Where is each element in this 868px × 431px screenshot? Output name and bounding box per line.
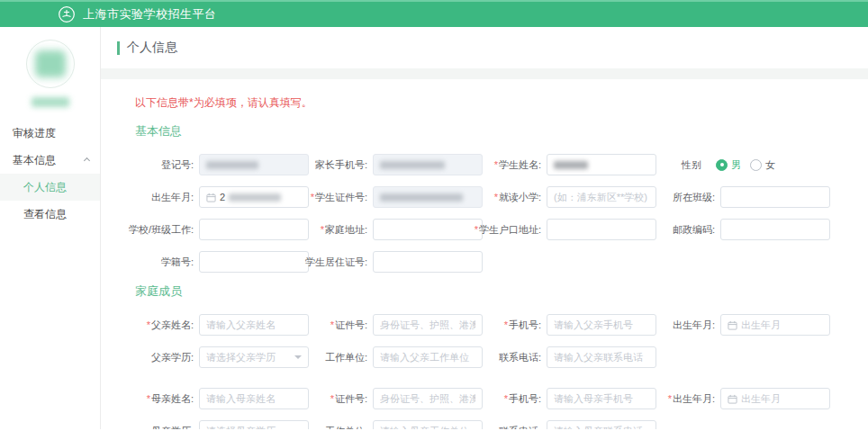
father-workplace-input[interactable] bbox=[373, 346, 483, 368]
field-label: 出生年月: bbox=[673, 393, 715, 404]
username-masked bbox=[32, 97, 69, 107]
parent-phone-input[interactable] bbox=[373, 154, 483, 175]
chevron-down-icon bbox=[294, 355, 302, 359]
field-gender: 性别 男 女 bbox=[656, 154, 830, 175]
sidebar-item-personal-info[interactable]: 个人信息 bbox=[0, 174, 100, 201]
form-row: 母亲学历: 请选择母亲学历 工作单位: 联系电话: bbox=[135, 420, 850, 429]
field-label: 父亲学历: bbox=[151, 352, 194, 363]
form-row: 登记号: 家长手机号: *学生姓名: 性别 男 女 bbox=[135, 154, 850, 175]
gender-option-female[interactable]: 女 bbox=[765, 158, 775, 172]
birth-date-input[interactable]: 2 bbox=[199, 186, 309, 208]
required-notice: 以下信息带*为必填项，请认真填写。 bbox=[135, 95, 850, 111]
calendar-icon bbox=[728, 394, 737, 404]
field-label: 家长手机号: bbox=[315, 159, 367, 170]
app-header: 上海市实验学校招生平台 bbox=[0, 0, 868, 27]
avatar-masked-image bbox=[35, 50, 66, 77]
field-label: 性别 bbox=[682, 158, 701, 172]
field-label: 母亲姓名: bbox=[151, 393, 194, 404]
title-accent-bar bbox=[117, 41, 120, 55]
field-label: 母亲学历: bbox=[151, 426, 194, 430]
father-id-input[interactable] bbox=[373, 314, 483, 336]
field-father-workplace: 工作单位: bbox=[309, 346, 483, 368]
masked-value bbox=[554, 161, 588, 169]
field-father-contact: 联系电话: bbox=[483, 346, 656, 368]
class-name-input[interactable] bbox=[720, 186, 830, 208]
mother-workplace-input[interactable] bbox=[373, 420, 483, 429]
field-label: 所在班级: bbox=[673, 192, 715, 202]
student-name-input[interactable] bbox=[547, 154, 656, 175]
reg-no-input[interactable] bbox=[199, 154, 309, 175]
field-mother-id: *证件号: bbox=[309, 388, 483, 409]
field-class-name: 所在班级: bbox=[656, 186, 830, 208]
field-father-name: *父亲姓名: bbox=[135, 314, 309, 336]
form-row: *父亲姓名: *证件号: *手机号: 出生年月: 出生年月 bbox=[135, 314, 850, 336]
mother-id-input[interactable] bbox=[373, 388, 483, 409]
field-label: 学生姓名: bbox=[499, 159, 541, 170]
mother-education-select[interactable]: 请选择母亲学历 bbox=[199, 420, 309, 429]
field-label: 学籍号: bbox=[161, 256, 194, 267]
father-phone-input[interactable] bbox=[547, 314, 656, 336]
sidebar-item-review-progress[interactable]: 审核进度 bbox=[0, 120, 100, 147]
field-label: 就读小学: bbox=[499, 192, 541, 202]
father-birth-input[interactable]: 出生年月 bbox=[720, 314, 830, 336]
field-parent-phone: 家长手机号: bbox=[309, 154, 483, 175]
field-father-education: 父亲学历: 请选择父亲学历 bbox=[135, 346, 309, 368]
masked-value bbox=[380, 193, 463, 202]
calendar-icon bbox=[206, 193, 216, 202]
father-name-input[interactable] bbox=[199, 314, 309, 336]
chevron-up-icon bbox=[84, 157, 90, 164]
field-label: 手机号: bbox=[509, 393, 541, 404]
field-student-id: *学生证件号: bbox=[309, 186, 483, 208]
field-mother-phone: *手机号: bbox=[483, 388, 656, 409]
field-label: 父亲姓名: bbox=[151, 319, 194, 330]
masked-value bbox=[380, 161, 445, 169]
field-label: 工作单位: bbox=[325, 426, 367, 430]
field-label: 工作单位: bbox=[325, 352, 367, 363]
section-title-family: 家庭成员 bbox=[135, 283, 850, 300]
gender-radio-female[interactable] bbox=[750, 159, 762, 171]
field-label: 学生居住证号: bbox=[305, 256, 367, 267]
form-row: *母亲姓名: *证件号: *手机号: *出生年月: 出生年月 bbox=[135, 388, 850, 409]
father-contact-input[interactable] bbox=[547, 346, 656, 368]
field-label: 学校/班级工作: bbox=[129, 224, 194, 235]
field-label: 学生户口地址: bbox=[479, 224, 541, 235]
form-row: 学籍号: 学生居住证号: bbox=[135, 251, 850, 273]
postal-code-input[interactable] bbox=[720, 219, 830, 240]
gender-radio-male[interactable] bbox=[716, 159, 728, 171]
school-emblem-icon bbox=[58, 5, 76, 23]
field-hukou-address: *学生户口地址: bbox=[483, 219, 656, 240]
residence-permit-input[interactable] bbox=[373, 251, 483, 273]
calendar-icon bbox=[728, 320, 737, 330]
field-mother-contact: 联系电话: bbox=[483, 420, 656, 429]
masked-value bbox=[229, 193, 281, 202]
mother-birth-input[interactable]: 出生年月 bbox=[720, 388, 830, 409]
father-education-select[interactable]: 请选择父亲学历 bbox=[199, 346, 309, 368]
field-label: 出生年月: bbox=[151, 192, 194, 202]
field-student-name: *学生姓名: bbox=[483, 154, 656, 175]
student-reg-no-input[interactable] bbox=[199, 251, 309, 273]
field-residence-permit: 学生居住证号: bbox=[309, 251, 483, 273]
field-mother-birth: *出生年月: 出生年月 bbox=[656, 388, 830, 409]
field-label: 登记号: bbox=[161, 159, 194, 170]
sidebar-item-view-info[interactable]: 查看信息 bbox=[0, 201, 100, 228]
primary-school-input[interactable] bbox=[547, 186, 656, 208]
page-title: 个人信息 bbox=[127, 40, 177, 56]
mother-name-input[interactable] bbox=[199, 388, 309, 409]
sidebar-item-basic-info[interactable]: 基本信息 bbox=[0, 147, 100, 174]
hukou-address-input[interactable] bbox=[547, 219, 656, 240]
field-primary-school: *就读小学: bbox=[483, 186, 656, 208]
field-label: 联系电话: bbox=[499, 426, 541, 430]
field-label: 学生证件号: bbox=[315, 192, 367, 202]
field-label: 证件号: bbox=[335, 393, 367, 404]
student-id-input[interactable] bbox=[373, 186, 483, 208]
section-title-basic: 基本信息 bbox=[135, 123, 850, 139]
school-class-work-input[interactable] bbox=[199, 219, 309, 240]
field-mother-education: 母亲学历: 请选择母亲学历 bbox=[135, 420, 309, 429]
mother-contact-input[interactable] bbox=[547, 420, 656, 429]
home-address-input[interactable] bbox=[373, 219, 483, 240]
avatar bbox=[26, 40, 75, 88]
field-home-address: *家庭地址: bbox=[309, 219, 483, 240]
mother-phone-input[interactable] bbox=[547, 388, 656, 409]
gender-option-male[interactable]: 男 bbox=[731, 158, 741, 172]
divider-band bbox=[101, 68, 868, 79]
